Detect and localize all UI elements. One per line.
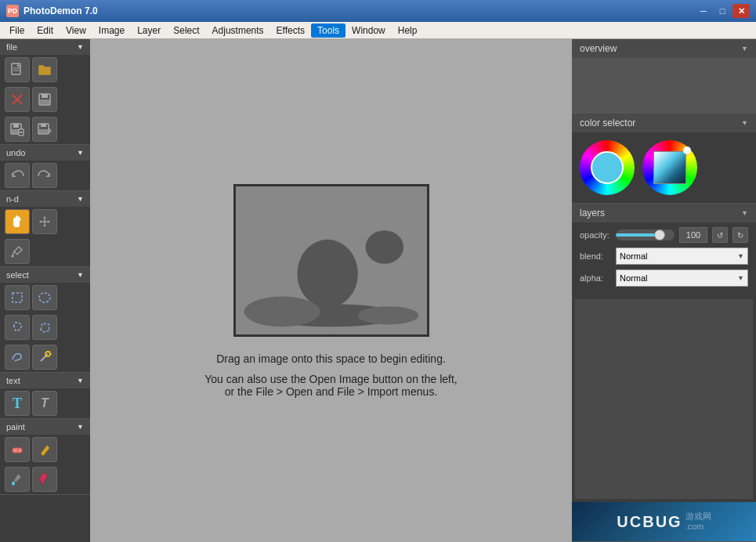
paint-dropper-button[interactable] [32, 467, 57, 492]
layers-controls: opacity: 100 ↺ ↻ blend: Normal ▼ [572, 222, 756, 296]
blend-select[interactable]: Normal ▼ [616, 248, 748, 265]
color-wheel-center [591, 151, 624, 184]
paint-section-label: paint [6, 422, 25, 432]
minimize-button[interactable]: ─ [695, 4, 712, 18]
title-bar: PD PhotoDemon 7.0 ─ □ ✕ [0, 0, 756, 22]
menu-view[interactable]: View [60, 23, 92, 38]
file-tools-row3 [0, 114, 90, 144]
eraser-button[interactable] [5, 437, 30, 462]
select-section-label: select [6, 270, 29, 280]
undo-button[interactable] [5, 163, 30, 188]
text-sans-button[interactable]: T [32, 391, 57, 416]
menu-image[interactable]: Image [92, 23, 131, 38]
magic-wand-button[interactable] [32, 345, 57, 370]
right-panel: overview ▼ color selector ▼ [572, 39, 756, 542]
color-selector-header[interactable]: color selector ▼ [572, 114, 756, 132]
menu-effects[interactable]: Effects [270, 23, 311, 38]
menu-layer[interactable]: Layer [131, 23, 167, 38]
alpha-select-arrow: ▼ [737, 274, 744, 282]
blend-row: blend: Normal ▼ [580, 248, 748, 265]
text-section-header[interactable]: text ▼ [0, 373, 90, 388]
opacity-track [616, 233, 660, 237]
open-file-button[interactable] [32, 57, 57, 82]
undo-section-arrow: ▼ [77, 149, 84, 157]
rect-select-button[interactable] [5, 285, 30, 310]
svg-point-34 [297, 239, 358, 307]
hue-picker-gradient [653, 151, 686, 184]
file-section-header[interactable]: file ▼ [0, 39, 90, 55]
hand-tool-button[interactable] [5, 209, 30, 234]
maximize-button[interactable]: □ [714, 4, 731, 18]
svg-rect-16 [39, 129, 48, 133]
menu-select[interactable]: Select [167, 23, 205, 38]
main-layout: file ▼ [0, 39, 756, 542]
redo-button[interactable] [32, 163, 57, 188]
hue-picker[interactable] [642, 140, 697, 195]
nav-section-header[interactable]: n-d ▼ [0, 191, 90, 207]
layers-reset-button[interactable]: ↺ [712, 227, 728, 243]
svg-rect-28 [13, 448, 22, 453]
canvas-drag-text: Drag an image onto this space to begin e… [216, 352, 446, 365]
alpha-row: alpha: Normal ▼ [580, 269, 748, 287]
svg-rect-21 [13, 293, 22, 302]
canvas-area: Drag an image onto this space to begin e… [90, 39, 572, 542]
svg-point-36 [244, 296, 320, 327]
text-tools-row: T T [0, 388, 90, 418]
nav-tools-row1 [0, 207, 90, 237]
file-section-arrow: ▼ [77, 43, 84, 51]
close-file-button[interactable] [5, 87, 30, 112]
alpha-select[interactable]: Normal ▼ [616, 269, 748, 287]
undo-section: undo ▼ [0, 145, 90, 191]
opacity-slider[interactable] [616, 229, 675, 240]
svg-point-35 [365, 230, 403, 264]
nav-section: n-d ▼ [0, 191, 90, 267]
ellipse-select-button[interactable] [32, 285, 57, 310]
file-section-label: file [6, 42, 17, 52]
opacity-row: opacity: 100 ↺ ↻ [580, 227, 748, 243]
canvas-placeholder: Drag an image onto this space to begin e… [204, 184, 458, 398]
save-as-button[interactable] [5, 117, 30, 142]
menu-file[interactable]: File [3, 23, 31, 38]
move-tool-button[interactable] [32, 209, 57, 234]
color-wheel-ring [580, 140, 635, 195]
layers-header[interactable]: layers ▼ [572, 204, 756, 222]
new-file-button[interactable] [5, 57, 30, 82]
svg-point-22 [39, 293, 50, 302]
opacity-label: opacity: [580, 230, 611, 240]
menu-tools[interactable]: Tools [311, 23, 345, 38]
paint-section: paint ▼ [0, 419, 90, 495]
menu-window[interactable]: Window [345, 23, 392, 38]
select-tools-row1 [0, 283, 90, 313]
color-wheel[interactable] [580, 140, 635, 195]
export-button[interactable] [32, 117, 57, 142]
layers-sync-button[interactable]: ↻ [732, 227, 748, 243]
nav-tools-row2 [0, 237, 90, 266]
lasso-button[interactable] [5, 315, 30, 340]
close-button[interactable]: ✕ [732, 4, 750, 18]
opacity-value[interactable]: 100 [679, 227, 707, 243]
opacity-thumb [654, 229, 665, 240]
blend-value: Normal [620, 251, 647, 261]
svg-rect-7 [40, 99, 49, 104]
menu-help[interactable]: Help [392, 23, 424, 38]
poly-select-button[interactable] [32, 315, 57, 340]
eyedropper-button[interactable] [5, 239, 30, 264]
overview-arrow: ▼ [741, 45, 748, 52]
alpha-value: Normal [620, 273, 647, 283]
freehand-select-button[interactable] [5, 345, 30, 370]
svg-rect-0 [12, 63, 20, 74]
paint-section-header[interactable]: paint ▼ [0, 419, 90, 435]
undo-section-header[interactable]: undo ▼ [0, 145, 90, 161]
menu-adjustments[interactable]: Adjustments [206, 23, 270, 38]
overview-header[interactable]: overview ▼ [572, 39, 756, 58]
menu-edit[interactable]: Edit [31, 23, 60, 38]
paint-tools-row2 [0, 464, 90, 494]
nav-section-arrow: ▼ [77, 195, 84, 203]
paint-tools-row1 [0, 435, 90, 464]
file-section: file ▼ [0, 39, 90, 145]
pencil-button[interactable] [32, 437, 57, 462]
select-section-header[interactable]: select ▼ [0, 267, 90, 283]
text-serif-button[interactable]: T [5, 391, 30, 416]
save-button[interactable] [32, 87, 57, 112]
paint-bucket-button[interactable] [5, 467, 30, 492]
